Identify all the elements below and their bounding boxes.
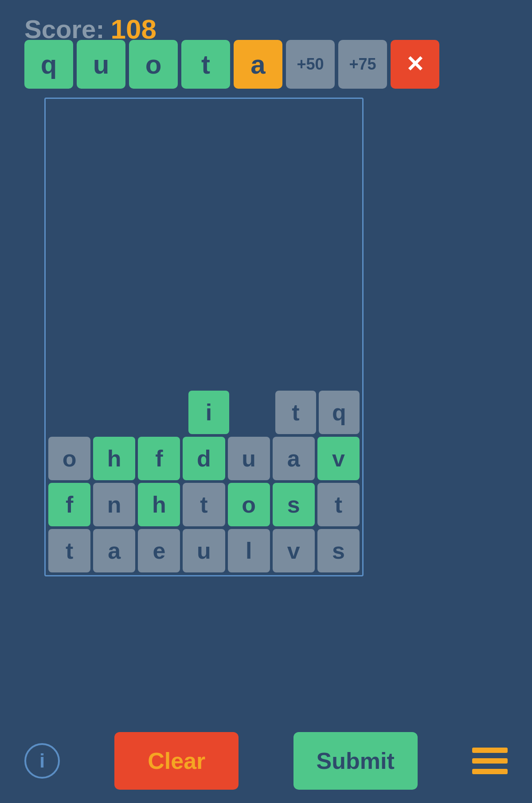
word-tile-plus50: +50 bbox=[286, 40, 335, 89]
game-tile-s[interactable]: s bbox=[273, 483, 315, 526]
tiles-container: i t q o h f d u a v f n h t o s t t a bbox=[46, 388, 362, 575]
game-board: i t q o h f d u a v f n h t o s t t a bbox=[44, 98, 364, 576]
menu-button[interactable] bbox=[472, 748, 508, 774]
game-tile-u[interactable]: u bbox=[228, 437, 270, 480]
game-tile-empty1 bbox=[232, 391, 273, 434]
info-button[interactable]: i bbox=[24, 743, 60, 779]
word-tile-t[interactable]: t bbox=[181, 40, 230, 89]
word-bar: q u o t a +50 +75 ✕ bbox=[24, 40, 439, 89]
game-tile-e[interactable]: e bbox=[138, 529, 180, 572]
game-tile-v2[interactable]: v bbox=[273, 529, 315, 572]
info-icon: i bbox=[39, 750, 45, 772]
game-tile-h2[interactable]: h bbox=[138, 483, 180, 526]
tile-row-2: o h f d u a v bbox=[48, 437, 360, 480]
game-tile-s2[interactable]: s bbox=[317, 529, 360, 572]
score-label: Score: bbox=[24, 14, 105, 44]
word-tile-o[interactable]: o bbox=[129, 40, 178, 89]
game-tile-t-top[interactable]: t bbox=[275, 391, 316, 434]
game-tile-o2[interactable]: o bbox=[228, 483, 270, 526]
clear-label: Clear bbox=[148, 748, 205, 774]
game-tile-f-top[interactable]: f bbox=[138, 437, 180, 480]
word-tile-q[interactable]: q bbox=[24, 40, 73, 89]
tile-row-3: f n h t o s t bbox=[48, 483, 360, 526]
menu-line-2 bbox=[472, 758, 508, 764]
game-tile-v[interactable]: v bbox=[317, 437, 360, 480]
word-tile-delete[interactable]: ✕ bbox=[391, 40, 439, 89]
game-tile-a2[interactable]: a bbox=[93, 529, 135, 572]
game-tile-i[interactable]: i bbox=[188, 391, 229, 434]
game-tile-o[interactable]: o bbox=[48, 437, 90, 480]
game-tile-t4[interactable]: t bbox=[48, 529, 90, 572]
word-tile-plus75: +75 bbox=[338, 40, 387, 89]
game-tile-t2[interactable]: t bbox=[183, 483, 225, 526]
menu-line-3 bbox=[472, 769, 508, 774]
bottom-bar: i Clear Submit bbox=[0, 732, 532, 790]
submit-label: Submit bbox=[317, 748, 395, 774]
game-tile-a[interactable]: a bbox=[273, 437, 315, 480]
word-tile-a[interactable]: a bbox=[234, 40, 282, 89]
game-tile-h[interactable]: h bbox=[93, 437, 135, 480]
game-tile-d[interactable]: d bbox=[183, 437, 225, 480]
game-tile-u2[interactable]: u bbox=[183, 529, 225, 572]
clear-button[interactable]: Clear bbox=[114, 732, 239, 790]
game-tile-q-top[interactable]: q bbox=[319, 391, 360, 434]
word-tile-u[interactable]: u bbox=[77, 40, 125, 89]
game-tile-f2[interactable]: f bbox=[48, 483, 90, 526]
game-tile-n[interactable]: n bbox=[93, 483, 135, 526]
game-tile-l[interactable]: l bbox=[228, 529, 270, 572]
tile-row-4: t a e u l v s bbox=[48, 529, 360, 572]
game-tile-t3[interactable]: t bbox=[317, 483, 360, 526]
menu-line-1 bbox=[472, 748, 508, 753]
submit-button[interactable]: Submit bbox=[293, 732, 418, 790]
tile-row-1: i t q bbox=[48, 391, 360, 434]
